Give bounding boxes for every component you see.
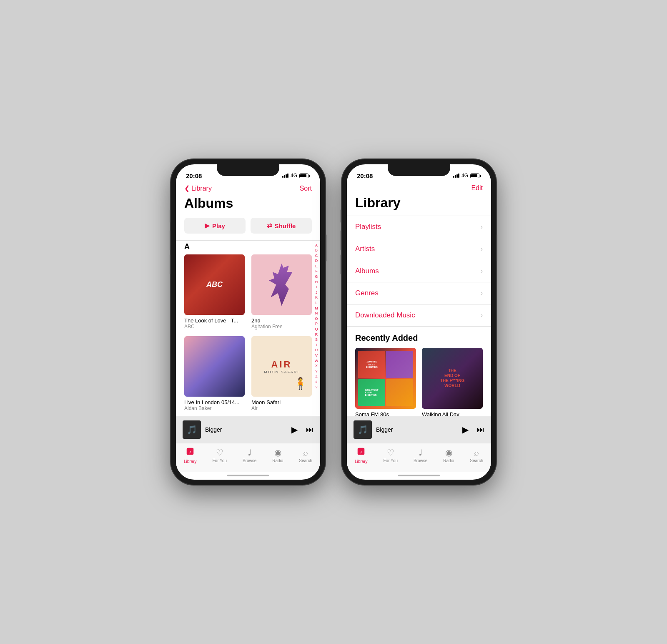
soma-q4 — [386, 379, 413, 406]
chevron-right-playlists: › — [481, 223, 483, 231]
phone-1: 20:08 4G ❮ Library Sort — [171, 159, 325, 485]
notch — [217, 164, 279, 176]
chevron-right-artists: › — [481, 245, 483, 253]
library-item-name-downloaded: Downloaded Music — [355, 311, 415, 319]
mini-play-button-2[interactable]: ▶ — [462, 425, 469, 435]
battery-icon-2 — [470, 174, 481, 178]
mini-title-1: Bigger — [205, 426, 287, 433]
library-item-albums[interactable]: Albums › — [347, 260, 491, 282]
tab-browse-icon-1: ♩ — [248, 448, 251, 458]
recent-item-walking[interactable]: THEEND OFTHE F***INGWORLD Walking All Da… — [422, 348, 483, 416]
album-item-agitation[interactable]: 2nd Agitation Free — [251, 254, 312, 330]
tab-foryou-2[interactable]: ♡ For You — [383, 448, 397, 463]
mini-play-button-1[interactable]: ▶ — [291, 425, 298, 435]
battery-icon-1 — [299, 174, 310, 178]
tab-library-label-2: Library — [355, 459, 368, 464]
tab-browse-label-2: Browse — [414, 458, 427, 463]
status-time-1: 20:08 — [186, 172, 202, 179]
air-subtitle: MOON SAFARI — [264, 370, 299, 374]
signal-icon-2 — [453, 174, 459, 178]
tab-search-1[interactable]: ⌕ Search — [299, 448, 312, 463]
chevron-right-albums: › — [481, 267, 483, 275]
shuffle-button[interactable]: ⇄ Shuffle — [251, 218, 312, 234]
tab-radio-1[interactable]: ◉ Radio — [272, 448, 283, 463]
library-item-name-playlists: Playlists — [355, 223, 381, 231]
recently-grid: 100 HITSBESTEIGHTIES GREATESTEVEREIGHTIE… — [355, 348, 483, 416]
library-item-genres[interactable]: Genres › — [347, 282, 491, 304]
album-cover-aidan — [184, 336, 245, 397]
album-name-agitation: 2nd — [251, 317, 312, 324]
library-item-artists[interactable]: Artists › — [347, 238, 491, 260]
chevron-right-genres: › — [481, 289, 483, 297]
soma-q1: 100 HITSBESTEIGHTIES — [358, 351, 385, 378]
shuffle-icon: ⇄ — [267, 222, 272, 229]
tab-browse-icon-2: ♩ — [419, 448, 422, 458]
soma-grid: 100 HITSBESTEIGHTIES GREATESTEVEREIGHTIE… — [358, 351, 413, 405]
notch-2 — [388, 164, 450, 176]
recent-name-soma: Soma FM 80s — [355, 411, 416, 416]
page-title-2: Library — [347, 195, 491, 216]
recent-cover-walking: THEEND OFTHE F***INGWORLD — [422, 348, 483, 409]
signal-icon-1 — [282, 174, 288, 178]
network-label-2: 4G — [461, 173, 468, 179]
mini-player-2[interactable]: Bigger ▶ ⏭ — [347, 416, 491, 443]
chevron-left-icon-1: ❮ — [184, 184, 190, 192]
album-artist-air: Air — [251, 405, 312, 411]
album-name-abc: The Look of Love - T... — [184, 317, 245, 324]
nav-bar-2: Edit — [347, 183, 491, 195]
library-item-name-genres: Genres — [355, 289, 379, 297]
album-name-aidan: Live In London 05/14... — [184, 399, 245, 405]
tab-radio-2[interactable]: ◉ Radio — [443, 448, 454, 463]
album-cover-abc — [184, 254, 245, 315]
tab-search-icon-2: ⌕ — [474, 448, 479, 458]
edit-button[interactable]: Edit — [471, 184, 483, 192]
home-indicator-1 — [227, 475, 269, 476]
album-item-aidan[interactable]: Live In London 05/14... Aidan Baker — [184, 336, 245, 411]
tab-bar-2: ♪ Library ♡ For You ♩ Browse ◉ Radio — [347, 443, 491, 472]
alphabet-index[interactable]: A B C D E F G H I J K L M N O P Q — [313, 242, 319, 390]
library-item-playlists[interactable]: Playlists › — [347, 216, 491, 238]
soma-q3: GREATESTEVEREIGHTIES — [358, 379, 385, 406]
tab-search-2[interactable]: ⌕ Search — [470, 448, 483, 463]
mini-forward-button-2[interactable]: ⏭ — [477, 425, 484, 434]
sort-button[interactable]: Sort — [300, 185, 312, 192]
tab-browse-1[interactable]: ♩ Browse — [243, 448, 256, 463]
svg-text:♪: ♪ — [360, 449, 363, 454]
recently-added-title: Recently Added — [355, 333, 483, 343]
tab-bar-1: ♪ Library ♡ For You ♩ Browse ◉ Radio — [176, 443, 320, 472]
status-icons-2: 4G — [453, 173, 481, 179]
library-item-downloaded[interactable]: Downloaded Music › — [347, 304, 491, 327]
back-button-1[interactable]: ❮ Library — [184, 184, 212, 192]
album-artist-aidan: Aidan Baker — [184, 405, 245, 411]
play-button[interactable]: ▶ Play — [184, 218, 246, 234]
phone-2: 20:08 4G Edit Library — [342, 159, 496, 485]
tab-radio-icon-2: ◉ — [445, 448, 452, 458]
album-artist-agitation: Agitation Free — [251, 324, 312, 330]
recent-item-soma[interactable]: 100 HITSBESTEIGHTIES GREATESTEVEREIGHTIE… — [355, 348, 416, 416]
play-label: Play — [212, 222, 225, 229]
tab-foryou-1[interactable]: ♡ For You — [212, 448, 226, 463]
mini-controls-1: ▶ ⏭ — [291, 425, 313, 435]
mini-player-1[interactable]: Bigger ▶ ⏭ — [176, 416, 320, 443]
album-name-air: Moon Safari — [251, 399, 312, 405]
library-list: Playlists › Artists › Albums › Genres › — [347, 216, 491, 327]
tab-foryou-label-2: For You — [383, 458, 397, 463]
album-item-abc[interactable]: The Look of Love - T... ABC — [184, 254, 245, 330]
tab-foryou-icon-2: ♡ — [387, 448, 394, 458]
tab-browse-2[interactable]: ♩ Browse — [414, 448, 427, 463]
recent-name-walking: Walking All Day — [422, 411, 483, 416]
album-art-soma: 100 HITSBESTEIGHTIES GREATESTEVEREIGHTIE… — [355, 348, 416, 409]
tab-library-2[interactable]: ♪ Library — [355, 447, 368, 464]
play-icon: ▶ — [205, 222, 210, 229]
tab-library-1[interactable]: ♪ Library — [184, 447, 197, 464]
back-label-1: Library — [191, 185, 212, 192]
network-label-1: 4G — [291, 173, 297, 179]
mini-forward-button-1[interactable]: ⏭ — [306, 425, 313, 434]
album-item-air[interactable]: AIR MOON SAFARI 🧍 Moon Safari Air — [251, 336, 312, 411]
mini-controls-2: ▶ ⏭ — [462, 425, 484, 435]
recent-cover-soma: 100 HITSBESTEIGHTIES GREATESTEVEREIGHTIE… — [355, 348, 416, 409]
album-art-abc — [184, 254, 245, 315]
status-icons-1: 4G — [282, 173, 310, 179]
album-art-aidan — [184, 336, 245, 397]
library-item-name-artists: Artists — [355, 245, 375, 253]
